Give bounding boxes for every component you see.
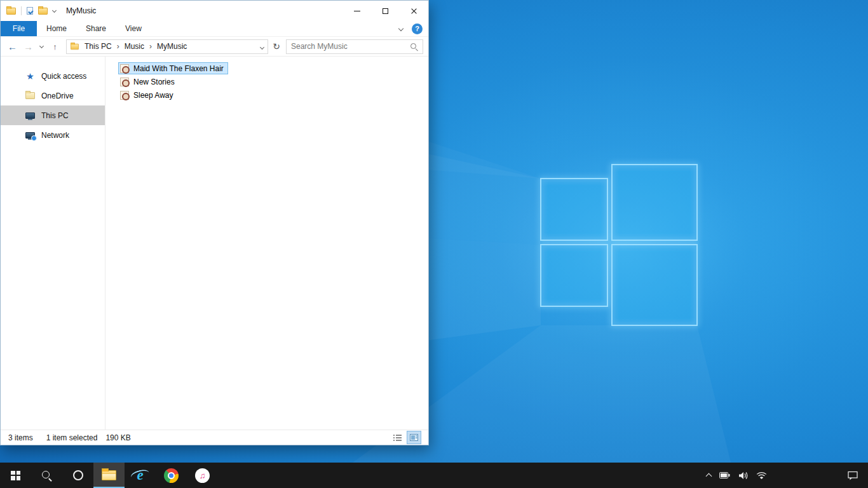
file-name: Sleep Away (133, 91, 173, 100)
chrome-icon (164, 468, 179, 483)
music-file-icon (120, 91, 129, 100)
file-explorer-icon (102, 470, 116, 480)
details-view-icon (393, 434, 402, 441)
search-input[interactable] (291, 42, 410, 51)
window-controls (342, 1, 428, 21)
titlebar[interactable]: MyMusic (1, 1, 428, 21)
recent-locations-chevron-icon[interactable] (36, 46, 47, 48)
tab-file[interactable]: File (1, 21, 37, 36)
taskbar-chrome-button[interactable] (156, 463, 187, 488)
items-count: 3 items (8, 433, 33, 442)
file-name: Maid With The Flaxen Hair (133, 64, 224, 73)
maximize-button[interactable] (371, 1, 400, 21)
window-folder-icon[interactable] (6, 8, 16, 15)
music-file-icon (120, 64, 129, 73)
sidebar-item-onedrive[interactable]: OneDrive (1, 86, 105, 105)
sidebar-item-quick-access[interactable]: ★ Quick access (1, 66, 105, 86)
sidebar-item-network[interactable]: Network (1, 125, 105, 145)
details-view-button[interactable] (391, 431, 404, 444)
taskbar: e ♫ (0, 463, 868, 488)
internet-explorer-icon: e (132, 467, 149, 484)
refresh-button[interactable]: ↻ (268, 41, 285, 51)
address-dropdown-chevron-icon[interactable] (261, 42, 264, 51)
large-icons-view-button[interactable] (407, 431, 421, 444)
onedrive-icon (25, 92, 36, 99)
breadcrumb-this-pc[interactable]: This PC (81, 42, 115, 51)
file-list[interactable]: Maid With The Flaxen Hair New Stories Sl… (105, 57, 428, 430)
selection-size: 190 KB (105, 433, 130, 442)
minimize-icon (354, 11, 360, 11)
network-icon (25, 132, 36, 139)
breadcrumb-separator: › (149, 42, 152, 51)
tab-share[interactable]: Share (76, 21, 116, 36)
sidebar-item-label: This PC (41, 111, 69, 120)
address-bar: ← → ↑ This PC › Music › MyMusic ↻ (1, 37, 428, 57)
new-folder-icon[interactable] (38, 8, 48, 15)
action-center-button[interactable] (838, 463, 868, 488)
tab-view[interactable]: View (116, 21, 151, 36)
system-tray (707, 463, 868, 488)
music-file-icon (120, 78, 129, 86)
status-bar: 3 items 1 item selected 190 KB (1, 430, 428, 445)
help-button[interactable]: ? (412, 24, 423, 34)
separator (21, 6, 22, 15)
navigation-pane: ★ Quick access OneDrive This PC Network (1, 57, 105, 430)
properties-icon[interactable] (27, 7, 33, 15)
address-box[interactable]: This PC › Music › MyMusic (66, 39, 268, 54)
search-icon[interactable] (410, 43, 418, 51)
breadcrumb-music[interactable]: Music (121, 42, 147, 51)
forward-button[interactable]: → (20, 42, 36, 51)
this-pc-icon (25, 112, 36, 119)
maximize-icon (383, 8, 388, 14)
windows-start-icon (11, 471, 20, 480)
location-folder-icon (71, 43, 79, 49)
taskbar-file-explorer-button[interactable] (93, 463, 125, 488)
tray-spacer (767, 475, 838, 476)
file-item-maid-with-the-flaxen-hair[interactable]: Maid With The Flaxen Hair (118, 62, 228, 74)
sidebar-item-label: Network (41, 131, 69, 140)
selection-count: 1 item selected (46, 433, 98, 442)
customize-qat-chevron-icon[interactable] (52, 8, 57, 12)
itunes-icon: ♫ (195, 468, 210, 483)
wifi-icon[interactable] (756, 471, 767, 480)
volume-icon[interactable] (738, 471, 748, 480)
taskbar-search-button[interactable] (31, 463, 62, 488)
sidebar-item-this-pc[interactable]: This PC (1, 105, 105, 125)
cortana-button[interactable] (62, 463, 93, 488)
sidebar-item-label: Quick access (41, 72, 86, 81)
back-button[interactable]: ← (4, 42, 20, 51)
file-name: New Stories (133, 78, 175, 86)
up-button[interactable]: ↑ (47, 43, 63, 51)
quick-access-star-icon: ★ (25, 72, 36, 81)
search-icon (41, 470, 52, 481)
ribbon-tabs: File Home Share View ? (1, 21, 428, 37)
tab-home[interactable]: Home (37, 21, 76, 36)
window-title: MyMusic (66, 6, 96, 15)
action-center-icon (848, 471, 858, 480)
close-icon (410, 8, 417, 15)
expand-ribbon-chevron-icon[interactable] (398, 26, 403, 31)
file-item-sleep-away[interactable]: Sleep Away (118, 89, 178, 101)
search-box (286, 39, 423, 54)
minimize-button[interactable] (342, 1, 371, 21)
breadcrumb-separator: › (117, 42, 119, 51)
cortana-icon (73, 470, 83, 480)
start-button[interactable] (0, 463, 31, 488)
breadcrumb-mymusic[interactable]: MyMusic (154, 42, 190, 51)
file-item-new-stories[interactable]: New Stories (118, 76, 179, 88)
file-explorer-window: MyMusic File Home Share View ? ← → ↑ (0, 0, 429, 445)
battery-icon[interactable] (719, 472, 730, 478)
taskbar-internet-explorer-button[interactable]: e (125, 463, 156, 488)
quick-access-toolbar (6, 6, 56, 15)
taskbar-itunes-button[interactable]: ♫ (187, 463, 218, 488)
sidebar-item-label: OneDrive (41, 92, 74, 100)
close-button[interactable] (400, 1, 428, 21)
show-hidden-icons-chevron-icon[interactable] (706, 473, 712, 480)
screen: MyMusic File Home Share View ? ← → ↑ (0, 0, 868, 488)
large-icons-view-icon (410, 434, 418, 441)
